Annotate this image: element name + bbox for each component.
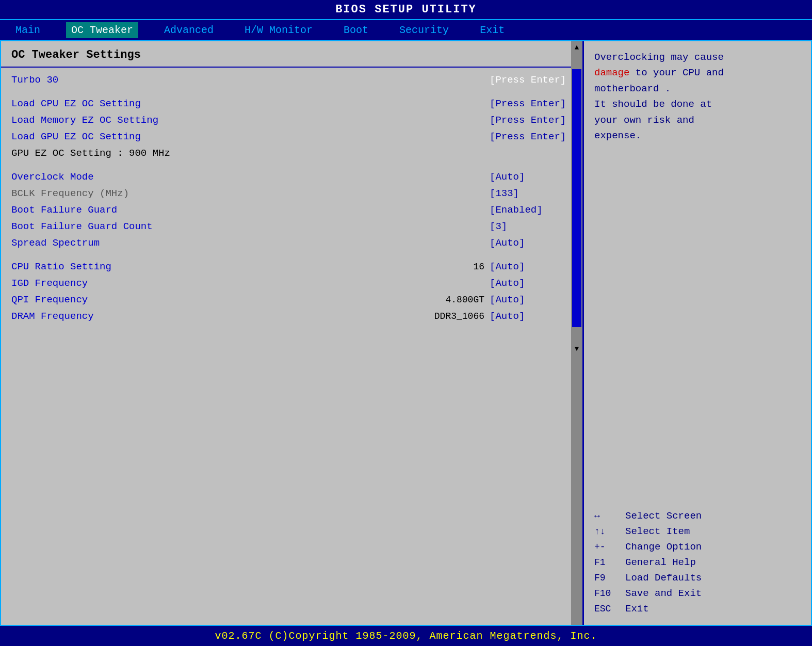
nav-exit[interactable]: Exit bbox=[475, 22, 510, 38]
gpu-ez-label: Load GPU EZ OC Setting bbox=[11, 131, 490, 142]
key-esc: ESC Exit bbox=[594, 601, 801, 617]
key-desc-f10: Save and Exit bbox=[625, 588, 702, 599]
key-f1: F1 General Help bbox=[594, 555, 801, 570]
key-sym-f10: F10 bbox=[594, 588, 625, 599]
setting-boot-failure-count[interactable]: Boot Failure Guard Count [3] bbox=[1, 218, 582, 235]
key-sym-updown: ↑↓ bbox=[594, 526, 625, 537]
setting-gpu-900: GPU EZ OC Setting : 900 MHz bbox=[1, 145, 582, 162]
help-line5: your own risk and bbox=[594, 115, 694, 126]
setting-qpi-freq[interactable]: QPI Frequency 4.800GT [Auto] bbox=[1, 292, 582, 308]
nav-security[interactable]: Security bbox=[394, 22, 454, 38]
nav-hw-monitor[interactable]: H/W Monitor bbox=[239, 22, 318, 38]
key-desc-f1: General Help bbox=[625, 557, 696, 568]
qpi-freq-value: [Auto] bbox=[490, 294, 572, 305]
boot-failure-count-label: Boot Failure Guard Count bbox=[11, 221, 490, 232]
main-content: OC Tweaker Settings Turbo 30 [Press Ente… bbox=[0, 40, 812, 626]
scroll-down-arrow[interactable]: ▼ bbox=[575, 343, 579, 355]
panel-title: OC Tweaker Settings bbox=[1, 41, 582, 68]
help-damage-word: damage bbox=[594, 67, 629, 78]
key-desc-esc: Exit bbox=[625, 603, 649, 615]
setting-turbo30[interactable]: Turbo 30 [Press Enter] bbox=[1, 72, 582, 88]
bios-screen: BIOS SETUP UTILITY Main OC Tweaker Advan… bbox=[0, 0, 812, 646]
footer-text: v02.67C (C)Copyright 1985-2009, American… bbox=[215, 630, 597, 642]
help-line4: It should be done at bbox=[594, 99, 712, 110]
spacer-1 bbox=[1, 88, 582, 95]
key-sym-arrows: ↔ bbox=[594, 511, 625, 521]
boot-failure-value: [Enabled] bbox=[490, 204, 572, 216]
help-line6: expense. bbox=[594, 130, 641, 141]
scroll-up-arrow[interactable]: ▲ bbox=[575, 41, 579, 54]
igd-freq-value: [Auto] bbox=[490, 278, 572, 289]
cpu-ez-label: Load CPU EZ OC Setting bbox=[11, 98, 490, 109]
setting-cpu-ez[interactable]: Load CPU EZ OC Setting [Press Enter] bbox=[1, 95, 582, 112]
spread-spectrum-label: Spread Spectrum bbox=[11, 237, 490, 249]
boot-failure-label: Boot Failure Guard bbox=[11, 204, 490, 216]
qpi-freq-extra: 4.800GT bbox=[433, 295, 484, 305]
key-sym-esc: ESC bbox=[594, 604, 625, 614]
key-f9: F9 Load Defaults bbox=[594, 570, 801, 586]
setting-overclock-mode[interactable]: Overclock Mode [Auto] bbox=[1, 169, 582, 185]
bclk-value: [133] bbox=[490, 188, 572, 199]
bios-title: BIOS SETUP UTILITY bbox=[335, 3, 477, 16]
settings-list: Turbo 30 [Press Enter] Load CPU EZ OC Se… bbox=[1, 72, 582, 625]
turbo30-value: [Press Enter] bbox=[490, 74, 572, 86]
overclock-mode-value: [Auto] bbox=[490, 171, 572, 183]
left-panel: OC Tweaker Settings Turbo 30 [Press Ente… bbox=[1, 41, 584, 625]
key-desc-select-item: Select Item bbox=[625, 526, 690, 537]
nav-advanced[interactable]: Advanced bbox=[159, 22, 219, 38]
help-line3: motherboard . bbox=[594, 83, 671, 94]
overclock-mode-label: Overclock Mode bbox=[11, 171, 490, 183]
setting-spread-spectrum[interactable]: Spread Spectrum [Auto] bbox=[1, 235, 582, 251]
scrollbar[interactable]: ▲ ▼ bbox=[571, 41, 582, 625]
key-sym-f1: F1 bbox=[594, 557, 625, 568]
dram-freq-extra: DDR3_1066 bbox=[433, 311, 484, 321]
key-change-option: +- Change Option bbox=[594, 539, 801, 555]
help-text: Overclocking may cause damage to your CP… bbox=[594, 50, 801, 143]
setting-dram-freq[interactable]: DRAM Frequency DDR3_1066 [Auto] bbox=[1, 308, 582, 325]
key-desc-change-option: Change Option bbox=[625, 541, 702, 553]
dram-freq-value: [Auto] bbox=[490, 311, 572, 322]
setting-bclk[interactable]: BCLK Frequency (MHz) [133] bbox=[1, 185, 582, 202]
footer: v02.67C (C)Copyright 1985-2009, American… bbox=[0, 626, 812, 646]
gpu-ez-value: [Press Enter] bbox=[490, 131, 572, 142]
bclk-label: BCLK Frequency (MHz) bbox=[11, 188, 490, 199]
spacer-3 bbox=[1, 251, 582, 259]
mem-ez-value: [Press Enter] bbox=[490, 115, 572, 126]
help-line1: Overclocking may cause bbox=[594, 52, 724, 63]
mem-ez-label: Load Memory EZ OC Setting bbox=[11, 115, 490, 126]
key-select-screen: ↔ Select Screen bbox=[594, 508, 801, 524]
cpu-ratio-label: CPU Ratio Setting bbox=[11, 261, 433, 272]
nav-oc-tweaker[interactable]: OC Tweaker bbox=[66, 22, 138, 38]
boot-failure-count-value: [3] bbox=[490, 221, 572, 232]
cpu-ratio-value: [Auto] bbox=[490, 261, 572, 272]
setting-igd-freq[interactable]: IGD Frequency [Auto] bbox=[1, 275, 582, 292]
nav-bar: Main OC Tweaker Advanced H/W Monitor Boo… bbox=[0, 19, 812, 40]
turbo30-label: Turbo 30 bbox=[11, 74, 490, 86]
setting-boot-failure[interactable]: Boot Failure Guard [Enabled] bbox=[1, 202, 582, 218]
key-legend: ↔ Select Screen ↑↓ Select Item +- Change… bbox=[594, 508, 801, 617]
setting-gpu-ez[interactable]: Load GPU EZ OC Setting [Press Enter] bbox=[1, 128, 582, 145]
key-f10: F10 Save and Exit bbox=[594, 586, 801, 601]
key-sym-plusminus: +- bbox=[594, 542, 625, 552]
right-panel: Overclocking may cause damage to your CP… bbox=[584, 41, 811, 625]
spacer-2 bbox=[1, 162, 582, 169]
key-select-item: ↑↓ Select Item bbox=[594, 524, 801, 539]
cpu-ratio-extra: 16 bbox=[433, 262, 484, 272]
setting-cpu-ratio[interactable]: CPU Ratio Setting 16 [Auto] bbox=[1, 259, 582, 275]
key-desc-f9: Load Defaults bbox=[625, 572, 702, 584]
cpu-ez-value: [Press Enter] bbox=[490, 98, 572, 109]
key-desc-select-screen: Select Screen bbox=[625, 510, 702, 522]
setting-mem-ez[interactable]: Load Memory EZ OC Setting [Press Enter] bbox=[1, 112, 582, 128]
qpi-freq-label: QPI Frequency bbox=[11, 294, 433, 305]
help-line2: to your CPU and bbox=[629, 67, 723, 78]
spread-spectrum-value: [Auto] bbox=[490, 237, 572, 249]
key-sym-f9: F9 bbox=[594, 573, 625, 583]
dram-freq-label: DRAM Frequency bbox=[11, 311, 433, 322]
title-bar: BIOS SETUP UTILITY bbox=[0, 0, 812, 19]
igd-freq-label: IGD Frequency bbox=[11, 278, 490, 289]
scrollbar-thumb[interactable] bbox=[572, 69, 581, 327]
nav-main[interactable]: Main bbox=[10, 22, 45, 38]
nav-boot[interactable]: Boot bbox=[338, 22, 373, 38]
gpu-900-label: GPU EZ OC Setting : 900 MHz bbox=[11, 148, 572, 159]
